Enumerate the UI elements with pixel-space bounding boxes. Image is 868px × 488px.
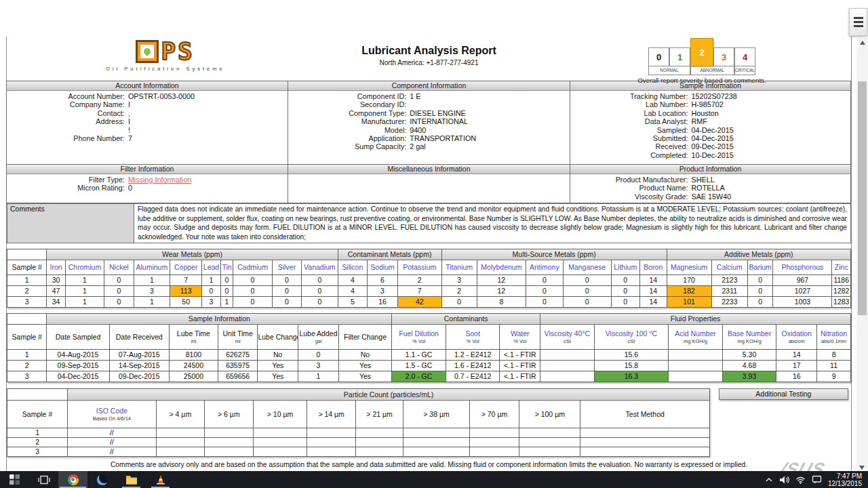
info-field: Secondary ID: [288, 100, 570, 108]
table-cell [669, 349, 723, 360]
info-field-value: 04-Dec-2015 [691, 126, 733, 134]
table-row: 13010171000046231200014170212309671186 [7, 274, 851, 285]
corner-cell [7, 388, 68, 400]
action-center-icon[interactable] [812, 475, 822, 484]
table-cell: 0 [302, 296, 338, 307]
table-cell: 1 [65, 296, 104, 307]
column-header: Chromium [65, 260, 104, 274]
logo-caption: Oil Purification Systems [106, 66, 224, 72]
info-field-label: Phone Number: [7, 134, 125, 142]
vlc-icon [155, 474, 167, 485]
table-cell: 0 [220, 285, 233, 296]
sample-number-cell: 1 [7, 428, 68, 437]
taskbar-file-explorer-button[interactable] [117, 471, 146, 488]
info-field: Phone Number:7 [7, 134, 288, 142]
tray-expand-chevron-icon[interactable] [765, 477, 773, 483]
info-field: Application:TRANSPORTATION [288, 134, 570, 142]
table-row: 2// [7, 437, 710, 447]
taskbar-vlc-button[interactable] [146, 471, 175, 488]
chrome-icon [68, 474, 79, 485]
table-cell: 0 [748, 285, 773, 296]
missing-information-link[interactable]: Missing Information [128, 176, 192, 184]
info-field-label: Contact: [7, 109, 125, 117]
table-cell: 50 [170, 296, 202, 307]
vertical-scrollbar[interactable] [856, 38, 868, 471]
table-cell [355, 428, 403, 437]
table-cell: // [68, 437, 157, 447]
taskbar-chrome-button[interactable] [58, 471, 87, 488]
info-field-label: Company Name: [7, 100, 125, 108]
table-cell: No [258, 349, 298, 360]
column-header: Sample # [7, 400, 68, 428]
table-cell: No [338, 349, 391, 360]
table-cell: 101 [667, 296, 711, 307]
wifi-icon[interactable] [795, 476, 806, 484]
table-cell [253, 437, 307, 447]
table-cell [469, 447, 519, 456]
column-header: Copper [170, 260, 202, 274]
table-cell [403, 437, 469, 447]
info-field-label: Received: [570, 142, 688, 150]
scrollbar-thumb[interactable] [858, 81, 867, 315]
taskbar-crescent-app-button[interactable] [87, 471, 117, 488]
info-field: Company Name:I [7, 100, 288, 108]
filter-information-section: Filter InformationFilter Type:Missing In… [6, 164, 288, 203]
info-field-value: 09-Dec-2015 [691, 142, 733, 150]
particle-count-block: Particle Count (particles/mL)Sample #ISO… [7, 388, 851, 457]
group-header: Multi-Source Metals (ppm) [441, 249, 667, 260]
table-cell: 2 [397, 274, 441, 285]
column-header: Soot% Vol [446, 324, 500, 349]
table-cell: 8 [477, 296, 526, 307]
section-title: Product Information [570, 165, 850, 174]
table-cell [205, 447, 253, 456]
info-field-label: Application: [288, 134, 406, 142]
file-explorer-icon [125, 474, 138, 485]
info-field-value: I [128, 117, 130, 125]
info-field: Product Name:ROTELLA [570, 184, 850, 192]
column-header: Water% Vol [500, 324, 540, 349]
table-row: 209-Sep-201514-Sep-201524500635975Yes3Ye… [7, 360, 851, 371]
table-cell: 1027 [773, 285, 832, 296]
sample-information-section: Sample InformationTracking Number:15202S… [570, 81, 851, 165]
group-header: Sample Information [47, 313, 392, 324]
start-button[interactable] [0, 471, 29, 488]
scroll-up-arrow[interactable] [860, 41, 865, 45]
column-header: Aluminum [134, 260, 170, 274]
scroll-down-arrow[interactable] [859, 466, 865, 470]
table-cell: 0 [233, 285, 272, 296]
info-field: Contact:, [7, 109, 288, 117]
table-cell [355, 437, 403, 447]
table-row: 104-Aug-201507-Aug-20158100626275No0No1.… [7, 349, 851, 360]
volume-icon[interactable] [779, 476, 789, 484]
column-header: Barium [748, 260, 773, 274]
info-field-value: INTERNATIONAL [410, 117, 468, 125]
account-information-section: Account InformationAccount Number:OPSTRT… [6, 81, 288, 165]
section-title: Filter Information [7, 165, 288, 174]
table-row: 304-Dec-201509-Dec-201525000659656Yes1Ye… [7, 371, 851, 382]
group-header: Fluid Properties [540, 313, 851, 324]
column-header: Antimony [526, 260, 563, 274]
corner-cell [7, 249, 47, 260]
info-field: Component ID:1 E [288, 92, 570, 100]
sample-number-cell: 3 [7, 371, 47, 382]
info-field-value: 2 gal [410, 142, 425, 150]
table-cell: 07-Aug-2015 [109, 349, 169, 360]
table-cell: 1283 [832, 296, 851, 307]
table-cell: 0 [272, 274, 302, 285]
severity-label: NORMAL [648, 66, 690, 75]
task-view-button[interactable] [29, 471, 58, 488]
column-header: Oxidationabs/cm [776, 324, 817, 349]
table-cell: <.1 - FTIR [500, 371, 540, 382]
table-cell: // [68, 428, 157, 437]
section-title: Component Information [288, 81, 570, 91]
table-cell: 15.6 [594, 349, 668, 360]
viewer-menu-button[interactable] [849, 8, 867, 36]
column-header: Fuel Dilution% Vol [392, 324, 446, 349]
table-cell: 0 [611, 274, 639, 285]
table-cell: 2123 [711, 274, 747, 285]
corner-cell [7, 313, 47, 324]
severity-level-3: 3 [713, 47, 734, 66]
table-row: 2471031130000043721200014182231101027128… [7, 285, 851, 296]
table-cell: 0 [563, 274, 611, 285]
taskbar-clock[interactable]: 7:47 PM 12/13/2015 [828, 472, 862, 487]
